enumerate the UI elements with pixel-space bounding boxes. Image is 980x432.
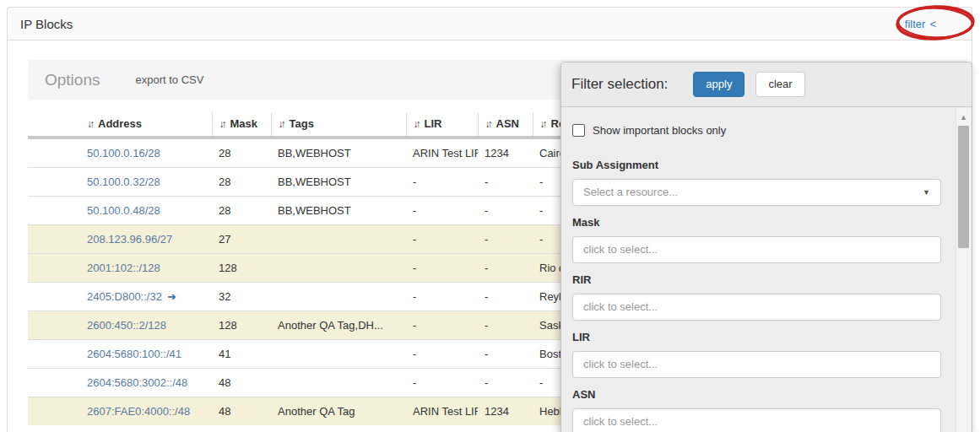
table-header-empty <box>28 112 80 138</box>
asn-cell: 1234 <box>478 138 533 168</box>
chevron-left-icon: < <box>929 18 936 30</box>
address-cell: 2604:5680:3002::/48 <box>80 369 212 397</box>
filter-field-placeholder: click to select... <box>583 294 658 320</box>
column-header-label: Tags <box>290 117 314 130</box>
row-leading-cell <box>28 311 80 340</box>
export-to-csv-link[interactable]: export to CSV <box>135 73 203 86</box>
lir-cell: - <box>406 369 478 397</box>
mask-cell: 41 <box>212 340 271 369</box>
filter-field-input[interactable]: click to select... <box>572 408 941 432</box>
lir-cell: ARIN Test LIR <box>406 138 478 168</box>
address-cell: 2604:5680:100::/41 <box>80 340 212 369</box>
mask-cell: 128 <box>212 311 271 340</box>
asn-cell: - <box>478 311 533 340</box>
filter-field-input[interactable]: click to select... <box>572 351 941 378</box>
column-header-label: Mask <box>230 117 258 130</box>
filter-link-label: filter <box>905 18 926 30</box>
address-link[interactable]: 2600:450::2/128 <box>87 319 166 332</box>
chevron-down-icon: ▼ <box>923 180 930 205</box>
filter-field-input[interactable]: click to select... <box>572 294 941 321</box>
filter-panel-scrollbar[interactable]: ▲ <box>956 108 971 432</box>
sort-icon: ↓↑ <box>279 118 284 130</box>
filter-field-input[interactable]: click to select... <box>572 236 941 263</box>
mask-cell: 28 <box>212 168 271 197</box>
tags-cell: BB,WEBHOST <box>271 168 406 197</box>
filter-panel-body: Show important blocks only Sub Assignmen… <box>561 107 972 432</box>
mask-cell: 48 <box>212 369 271 397</box>
sort-icon: ↓↑ <box>485 118 490 130</box>
asn-cell: - <box>478 340 533 369</box>
column-header-asn[interactable]: ↓↑ASN <box>478 112 533 138</box>
lir-cell: - <box>406 197 478 225</box>
column-header-label: LIR <box>425 117 442 130</box>
row-leading-cell <box>28 283 80 311</box>
address-cell: 50.100.0.32/28 <box>80 168 212 197</box>
lir-cell: - <box>406 340 478 369</box>
address-link[interactable]: 50.100.0.16/28 <box>87 147 160 159</box>
address-cell: 208.123.96.96/27 <box>80 225 212 254</box>
options-title: Options <box>45 71 100 89</box>
address-cell: 50.100.0.48/28 <box>80 197 212 225</box>
mask-cell: 28 <box>212 197 271 225</box>
lir-cell: - <box>406 225 478 254</box>
tags-cell: Another QA Tag,DH... <box>271 311 406 340</box>
mask-cell: 28 <box>212 138 271 168</box>
address-link[interactable]: 2607:FAE0:4000::/48 <box>87 405 190 418</box>
tags-cell: BB,WEBHOST <box>271 197 406 225</box>
lir-cell: - <box>406 168 478 197</box>
filter-toggle-link[interactable]: filter< <box>905 18 936 30</box>
filter-field-placeholder: click to select... <box>583 237 658 262</box>
mask-cell: 32 <box>212 283 271 311</box>
column-header-tags[interactable]: ↓↑Tags <box>271 112 406 138</box>
mask-cell: 48 <box>212 397 271 426</box>
row-leading-cell <box>28 197 80 225</box>
clear-button[interactable]: clear <box>755 72 804 97</box>
scrollbar-thumb[interactable] <box>958 126 969 248</box>
column-header-mask[interactable]: ↓↑Mask <box>212 112 271 138</box>
address-link[interactable]: 208.123.96.96/27 <box>87 233 172 246</box>
filter-panel-header: Filter selection: apply clear <box>561 62 972 107</box>
address-link[interactable]: 50.100.0.32/28 <box>87 176 160 188</box>
filter-field-label: ASN <box>572 388 961 401</box>
asn-cell: - <box>478 168 533 197</box>
filter-field-label: RIR <box>572 273 961 286</box>
sort-icon: ↓↑ <box>414 118 419 130</box>
row-leading-cell <box>28 340 80 369</box>
address-link[interactable]: 2001:102::/128 <box>87 262 160 274</box>
filter-field-label: LIR <box>572 331 961 343</box>
address-link[interactable]: 2604:5680:100::/41 <box>87 348 181 360</box>
asn-cell: - <box>478 369 533 397</box>
asn-cell: - <box>478 254 533 283</box>
asn-cell: 1234 <box>478 397 533 426</box>
important-blocks-checkbox[interactable] <box>572 124 585 137</box>
tags-cell: BB,WEBHOST <box>271 138 406 168</box>
address-link[interactable]: 50.100.0.48/28 <box>87 204 160 217</box>
row-leading-cell <box>28 225 80 254</box>
lir-cell: - <box>406 254 478 283</box>
filter-panel-title: Filter selection: <box>571 76 668 93</box>
important-blocks-label[interactable]: Show important blocks only <box>593 124 726 137</box>
page-header: IP Blocks filter< <box>8 8 972 40</box>
column-header-lir[interactable]: ↓↑LIR <box>406 112 478 138</box>
lir-cell: ARIN Test LIR <box>406 397 478 426</box>
asn-cell: - <box>478 283 533 311</box>
address-cell: 2405:D800::/32➜ <box>80 283 212 311</box>
column-header-label: ASN <box>496 117 519 130</box>
address-cell: 2607:FAE0:4000::/48 <box>80 397 212 426</box>
filter-field-placeholder: click to select... <box>583 352 658 377</box>
filter-field-input[interactable]: Select a resource... ▼ <box>572 179 941 206</box>
apply-button[interactable]: apply <box>693 72 744 97</box>
column-header-address[interactable]: ↓↑Address <box>80 112 212 138</box>
address-link[interactable]: 2405:D800::/32 <box>87 290 162 303</box>
tags-cell <box>271 369 406 397</box>
asn-cell: - <box>478 225 533 254</box>
tags-cell <box>271 254 406 283</box>
column-header-label: Address <box>98 117 142 130</box>
sort-icon: ↓↑ <box>87 118 92 130</box>
asn-cell: - <box>478 197 533 225</box>
scroll-up-icon[interactable]: ▲ <box>956 108 971 122</box>
row-leading-cell <box>28 369 80 397</box>
address-link[interactable]: 2604:5680:3002::/48 <box>87 376 187 389</box>
right-arrow-icon[interactable]: ➜ <box>167 290 176 303</box>
address-cell: 2600:450::2/128 <box>80 311 212 340</box>
